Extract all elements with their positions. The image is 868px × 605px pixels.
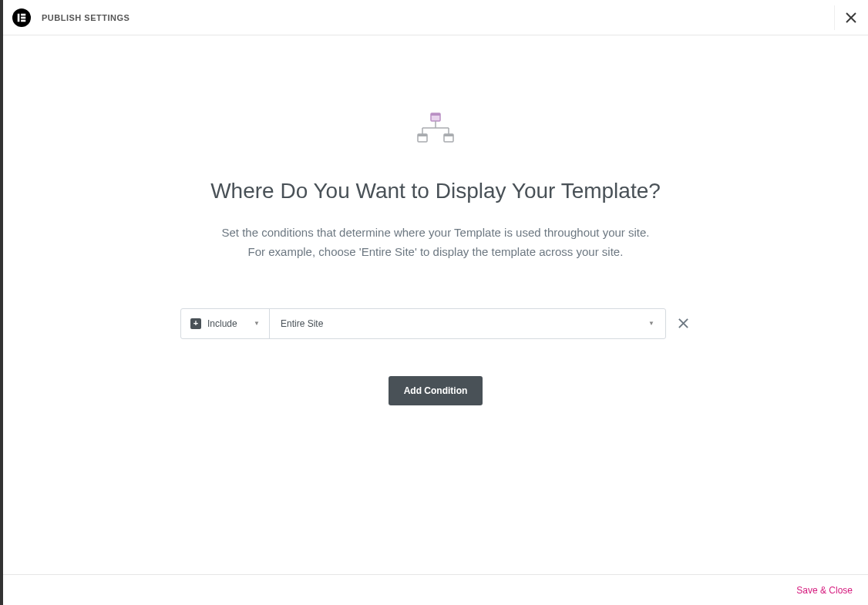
close-button[interactable] (834, 5, 859, 30)
include-exclude-select[interactable]: + Include ▼ (181, 309, 270, 338)
svg-rect-7 (431, 113, 440, 116)
svg-rect-13 (418, 134, 427, 136)
scope-label: Entire Site (281, 318, 323, 329)
svg-rect-2 (21, 16, 25, 18)
caret-down-icon: ▼ (648, 320, 654, 327)
svg-rect-0 (18, 13, 20, 22)
save-close-link[interactable]: Save & Close (796, 585, 853, 596)
svg-rect-15 (444, 134, 453, 136)
header: PUBLISH SETTINGS (3, 0, 868, 35)
caret-down-icon: ▼ (254, 320, 260, 327)
plus-icon: + (190, 318, 201, 329)
svg-rect-1 (21, 13, 25, 15)
subtitle-line-2: For example, choose 'Entire Site' to dis… (248, 245, 624, 258)
content-area: Where Do You Want to Display Your Templa… (3, 35, 868, 574)
main-heading: Where Do You Want to Display Your Templa… (210, 179, 661, 203)
sitemap-hero-icon (416, 113, 455, 148)
include-label: Include (207, 318, 237, 329)
subtitle: Set the conditions that determine where … (221, 224, 649, 262)
footer: Save & Close (3, 574, 868, 605)
elementor-logo-icon (12, 8, 31, 27)
close-icon (845, 12, 857, 24)
add-condition-button[interactable]: Add Condition (389, 376, 483, 405)
header-title: PUBLISH SETTINGS (42, 13, 130, 22)
remove-condition-button[interactable] (675, 316, 691, 331)
svg-rect-3 (21, 19, 25, 22)
condition-group: + Include ▼ Entire Site ▼ (180, 308, 666, 339)
condition-row: + Include ▼ Entire Site ▼ (180, 308, 691, 339)
scope-select[interactable]: Entire Site ▼ (270, 309, 665, 338)
subtitle-line-1: Set the conditions that determine where … (221, 226, 649, 239)
close-icon (678, 318, 689, 329)
